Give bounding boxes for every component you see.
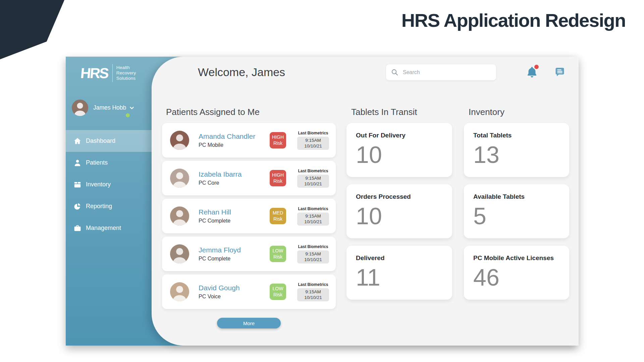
sidebar: HRS Health Recovery Solutions James Hobb [66,57,152,346]
stat-card: Available Tablets 5 [464,184,569,238]
risk-badge: HIGH Risk [270,132,286,148]
patient-card[interactable]: Jemma Floyd PC Complete LOW Risk Last Bi… [162,237,336,271]
patient-name-link[interactable]: Amanda Chandler [199,132,270,140]
patient-avatar [170,282,189,301]
sidebar-item-dashboard[interactable]: Dashboard [66,130,152,152]
sidebar-item-label: Management [86,225,121,232]
sidebar-item-label: Reporting [86,203,112,210]
patient-avatar [170,206,189,226]
notifications-button[interactable] [524,64,540,80]
transit-heading: Tablets In Transit [351,107,452,117]
online-status-dot [126,113,130,117]
patient-card[interactable]: David Gough PC Voice LOW Risk Last Biome… [162,275,336,309]
risk-badge: LOW Risk [270,246,286,262]
notification-badge [534,65,539,69]
search-box[interactable] [386,64,496,80]
chat-icon [555,67,565,77]
briefcase-icon [73,224,82,232]
person-silhouette-icon [72,100,88,116]
patient-name-link[interactable]: Jemma Floyd [199,246,270,254]
risk-word: Risk [273,292,282,298]
stat-value: 10 [356,143,443,167]
patients-heading: Patients Assigned to Me [166,107,336,117]
avatar [72,100,88,116]
logo-text: Health Recovery Solutions [116,65,136,81]
logo-divider [112,64,113,82]
sidebar-item-inventory[interactable]: Inventory [66,174,152,195]
stat-value: 13 [473,143,560,167]
logo-line: Health [116,65,136,70]
stat-value: 46 [473,266,560,289]
stat-label: Orders Processed [356,193,443,200]
home-icon [73,137,82,145]
page-title: HRS Application Redesign [401,9,626,31]
dashboard-window: HRS Health Recovery Solutions James Hobb [66,57,579,346]
person-icon [73,159,82,167]
stat-label: Total Tablets [473,132,560,139]
patient-program: PC Core [199,180,270,186]
patient-card[interactable]: Izabela Ibarra PC Core HIGH Risk Last Bi… [162,161,336,195]
more-button[interactable]: More [217,318,281,328]
messages-button[interactable] [555,67,565,77]
biometrics-date: 10/10/21 [299,219,328,225]
chevron-down-icon [129,105,135,111]
biometrics-date: 10/10/21 [299,257,328,263]
main-content: Welcome, James [152,57,579,346]
stat-value: 5 [473,204,560,228]
risk-level: HIGH [272,172,284,178]
biometrics-date: 10/10/21 [299,181,328,187]
biometrics-value: 9:15AM 10/10/21 [297,213,329,226]
hrs-logo: HRS Health Recovery Solutions [80,64,136,82]
inventory-heading: Inventory [469,107,569,117]
user-menu[interactable]: James Hobb [72,100,135,116]
patient-avatar [170,244,189,263]
sidebar-item-label: Inventory [86,181,111,188]
patient-avatar [170,131,189,150]
risk-level: HIGH [272,134,284,140]
transit-section: Tablets In Transit Out For Delivery 10 O… [346,107,452,300]
logo-line: Recovery [116,70,136,76]
biometrics-label: Last Biometrics [297,206,329,211]
risk-level: LOW [273,248,283,254]
stat-card: Delivered 11 [346,246,452,300]
risk-word: Risk [273,254,282,260]
biometrics-date: 10/10/21 [299,295,328,301]
logo-abbr: HRS [80,65,109,81]
risk-badge: HIGH Risk [270,170,286,186]
sidebar-item-patients[interactable]: Patients [66,152,152,174]
search-input[interactable] [403,69,491,75]
patient-name-link[interactable]: David Gough [199,284,270,292]
stat-card: Total Tablets 13 [464,123,569,177]
box-icon [73,181,82,189]
page: HRS Application Redesign HRS Health Reco… [0,0,644,362]
sidebar-item-label: Dashboard [86,137,115,144]
stat-value: 10 [356,204,443,228]
sidebar-item-reporting[interactable]: Reporting [66,195,152,217]
patients-section: Patients Assigned to Me Amanda Chandler … [162,107,336,328]
pie-icon [73,202,82,210]
biometrics-value: 9:15AM 10/10/21 [297,137,329,150]
patient-card[interactable]: Rehan Hill PC Complete MED Risk Last Bio… [162,199,336,233]
sidebar-item-management[interactable]: Management [66,217,152,239]
welcome-heading: Welcome, James [198,66,285,79]
risk-word: Risk [273,178,282,184]
biometrics-value: 9:15AM 10/10/21 [297,175,329,188]
patient-card[interactable]: Amanda Chandler PC Mobile HIGH Risk Last… [162,123,336,158]
biometrics-time: 9:15AM [299,289,328,295]
stat-label: Available Tablets [473,193,560,200]
patient-program: PC Voice [199,294,270,300]
risk-level: LOW [273,286,283,292]
biometrics-time: 9:15AM [299,214,328,219]
last-biometrics: Last Biometrics 9:15AM 10/10/21 [297,244,329,264]
last-biometrics: Last Biometrics 9:15AM 10/10/21 [297,206,329,226]
stat-value: 11 [356,266,443,289]
biometrics-value: 9:15AM 10/10/21 [297,250,329,264]
patient-name-link[interactable]: Izabela Ibarra [199,170,270,178]
stat-label: Out For Delivery [356,132,443,139]
patient-name-link[interactable]: Rehan Hill [199,208,270,216]
biometrics-time: 9:15AM [299,176,328,181]
stat-label: Delivered [356,254,443,262]
biometrics-label: Last Biometrics [297,169,329,173]
last-biometrics: Last Biometrics 9:15AM 10/10/21 [297,282,329,302]
patient-program: PC Complete [199,256,270,262]
